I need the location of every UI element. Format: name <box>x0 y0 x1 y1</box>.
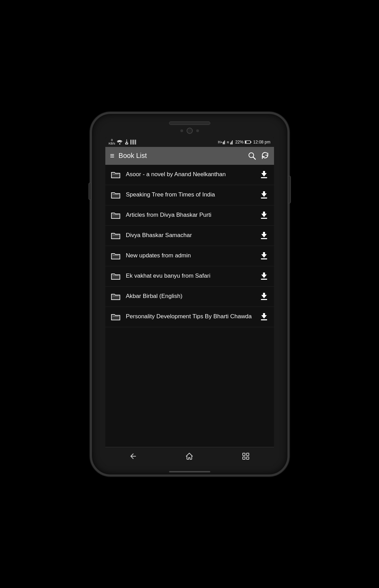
download-button[interactable] <box>259 211 269 220</box>
svg-rect-41 <box>261 279 267 280</box>
svg-rect-17 <box>245 141 246 143</box>
folder-icon <box>110 171 121 179</box>
book-title: Ek vakhat evu banyu from Safari <box>126 272 254 280</box>
svg-rect-12 <box>230 142 231 144</box>
list-item[interactable]: Personality Development Tips By Bharti C… <box>105 307 274 327</box>
svg-text:R: R <box>227 141 229 144</box>
svg-rect-3 <box>132 140 132 145</box>
download-button[interactable] <box>259 191 269 200</box>
phone-frame: 0 KB/s <box>90 112 289 477</box>
list-item[interactable]: Speaking Tree from Times of India <box>105 185 274 205</box>
battery-icon <box>245 140 252 144</box>
menu-button[interactable]: ≡ <box>110 151 115 160</box>
back-button[interactable] <box>125 449 142 464</box>
folder-icon <box>110 252 121 260</box>
svg-rect-39 <box>263 252 265 256</box>
download-button[interactable] <box>259 292 269 301</box>
svg-rect-55 <box>246 457 249 459</box>
download-button[interactable] <box>259 312 269 321</box>
wifi-icon <box>117 140 123 145</box>
navigation-bar <box>105 447 274 466</box>
camera <box>187 128 193 134</box>
svg-rect-53 <box>246 453 249 456</box>
folder-icon <box>110 191 121 199</box>
top-bar: ≡ Book List <box>105 147 274 165</box>
list-item[interactable]: Articles from Divya Bhaskar Purti <box>105 205 274 226</box>
svg-rect-47 <box>263 293 265 296</box>
camera-area <box>180 128 199 134</box>
book-title: Articles from Divya Bhaskar Purti <box>126 211 254 219</box>
barcode-icon <box>130 140 136 145</box>
volume-button[interactable] <box>88 183 91 200</box>
data-speed: 0 KB/s <box>109 139 115 146</box>
svg-rect-54 <box>243 457 245 459</box>
download-button[interactable] <box>259 252 269 260</box>
list-item[interactable]: Divya Bhaskar Samachar <box>105 226 274 246</box>
download-button[interactable] <box>259 170 269 179</box>
folder-icon <box>110 293 121 300</box>
svg-rect-23 <box>263 171 265 174</box>
folder-icon <box>110 232 121 239</box>
status-left: 0 KB/s <box>109 139 136 146</box>
status-right: H+ R 22% 12: <box>218 140 270 145</box>
svg-rect-52 <box>243 453 245 456</box>
refresh-icon[interactable] <box>261 152 269 160</box>
home-indicator <box>169 471 210 472</box>
list-item[interactable]: New updates from admin <box>105 246 274 266</box>
svg-rect-25 <box>261 197 267 199</box>
book-title: Divya Bhaskar Samachar <box>126 232 254 239</box>
svg-rect-2 <box>130 140 131 145</box>
svg-rect-45 <box>261 299 267 300</box>
svg-rect-29 <box>261 218 267 219</box>
svg-rect-9 <box>224 141 224 144</box>
recents-button[interactable] <box>237 449 254 464</box>
svg-rect-4 <box>133 140 134 145</box>
screen: 0 KB/s <box>105 137 274 466</box>
svg-line-19 <box>253 157 255 159</box>
status-bar: 0 KB/s <box>105 137 274 147</box>
download-button[interactable] <box>259 231 269 240</box>
svg-rect-37 <box>261 258 267 259</box>
svg-rect-8 <box>223 142 224 144</box>
power-button[interactable] <box>288 176 291 203</box>
top-bar-actions <box>248 152 269 160</box>
folder-icon <box>110 313 121 321</box>
list-item[interactable]: Ek vakhat evu banyu from Safari <box>105 266 274 287</box>
time-display: 12:08 pm <box>253 140 270 145</box>
svg-rect-43 <box>263 272 265 276</box>
search-icon[interactable] <box>248 152 256 160</box>
list-item[interactable]: Akbar Birbal (English) <box>105 287 274 307</box>
roaming-signal-icon: R <box>227 140 234 145</box>
svg-rect-51 <box>263 313 265 317</box>
svg-rect-33 <box>261 238 267 239</box>
svg-rect-16 <box>251 141 252 142</box>
list-item[interactable]: Asoor - a novel by Anand Neelkanthan <box>105 165 274 185</box>
svg-rect-27 <box>263 191 265 195</box>
hplus-icon: H+ <box>218 140 225 145</box>
svg-rect-10 <box>224 140 225 144</box>
speaker-grille <box>169 121 210 125</box>
book-title: New updates from admin <box>126 252 254 260</box>
home-button[interactable] <box>181 449 198 464</box>
battery-percent: 22% <box>235 140 243 145</box>
svg-rect-5 <box>134 140 135 145</box>
folder-icon <box>110 212 121 219</box>
svg-rect-6 <box>135 140 136 145</box>
folder-icon <box>110 272 121 280</box>
book-title: Personality Development Tips By Bharti C… <box>126 313 254 321</box>
usb-icon <box>124 139 129 145</box>
book-list: Asoor - a novel by Anand Neelkanthan Spe… <box>105 165 274 447</box>
book-title: Speaking Tree from Times of India <box>126 191 254 199</box>
svg-rect-49 <box>261 319 267 320</box>
svg-rect-31 <box>263 212 265 215</box>
svg-text:H+: H+ <box>218 140 222 144</box>
svg-rect-13 <box>231 141 232 144</box>
svg-rect-35 <box>263 232 265 235</box>
page-title: Book List <box>118 152 243 160</box>
download-button[interactable] <box>259 272 269 281</box>
svg-rect-21 <box>261 177 267 178</box>
sensor-2 <box>196 129 199 132</box>
sensor <box>180 129 183 132</box>
book-title: Asoor - a novel by Anand Neelkanthan <box>126 171 254 179</box>
svg-rect-14 <box>232 140 233 145</box>
